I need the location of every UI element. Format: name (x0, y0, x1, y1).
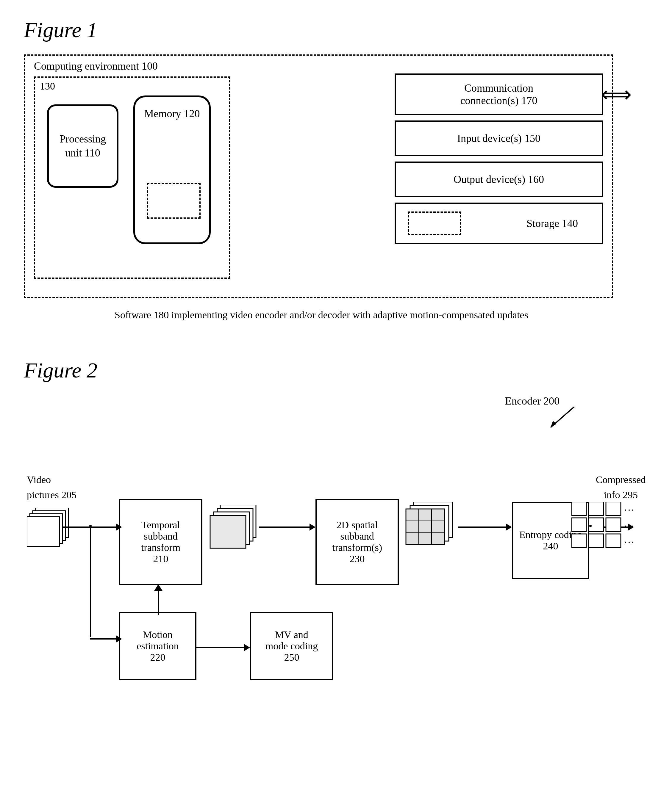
output-device-label: Output device(s) 160 (454, 173, 544, 186)
storage-box: Storage 140 (395, 203, 603, 244)
label-130: 130 (40, 81, 55, 92)
storage-label: Storage 140 (526, 217, 578, 230)
arrow-input-temporal (63, 524, 122, 530)
communication-label: Communicationconnection(s) 170 (461, 82, 537, 107)
svg-rect-19 (571, 534, 586, 548)
svg-rect-22 (589, 534, 604, 548)
line-to-motion (90, 527, 91, 637)
temporal-output-frames (208, 505, 259, 554)
computing-env-label: Computing environment 100 (34, 60, 158, 72)
storage-inner-dashed (408, 211, 461, 235)
figure2: Figure 2 Encoder 200 Videopictures 205 (24, 358, 649, 764)
figure2-diagram: Videopictures 205 Temporalsubbandtransfo… (24, 437, 649, 764)
svg-text:…: … (624, 502, 634, 513)
svg-rect-12 (406, 509, 445, 545)
mv-mode-box: MV andmode coding250 (250, 612, 333, 680)
svg-text:…: … (624, 517, 634, 529)
motion-estimation-box: Motionestimation220 (119, 612, 196, 680)
figure2-title: Figure 2 (24, 358, 649, 383)
svg-rect-9 (210, 515, 246, 548)
svg-rect-5 (27, 517, 60, 546)
svg-text:…: … (624, 533, 634, 545)
arrow-spatial-entropy (458, 524, 512, 530)
figure1: Figure 1 Computing environment 100 130 P… (24, 18, 619, 322)
input-frames-icon (27, 508, 75, 554)
temporal-subband-box: Temporalsubbandtransform210 (119, 499, 202, 585)
svg-rect-18 (571, 518, 586, 531)
figure1-title: Figure 1 (24, 18, 619, 43)
memory-box: Memory 120 (133, 95, 211, 244)
video-pictures-label: Videopictures 205 (27, 472, 77, 502)
memory-inner-dashed (147, 183, 201, 219)
input-device-box: Input device(s) 150 (395, 120, 603, 156)
box-130: 130 Processingunit 110 Memory 120 (34, 76, 230, 279)
processing-unit-label: Processingunit 110 (60, 132, 106, 160)
processing-unit-box: Processingunit 110 (47, 105, 118, 188)
dot-main-line (89, 525, 91, 527)
arrow-to-motion (90, 636, 122, 642)
svg-rect-23 (606, 502, 621, 515)
arrow-temporal-spatial (259, 524, 316, 530)
output-device-box: Output device(s) 160 (395, 161, 603, 197)
input-device-label: Input device(s) 150 (457, 132, 541, 144)
memory-label: Memory 120 (144, 107, 200, 120)
right-column: Communicationconnection(s) 170 ⟺ Input d… (395, 73, 603, 244)
encoder-label: Encoder 200 (505, 395, 559, 407)
communication-box: Communicationconnection(s) 170 ⟺ (395, 73, 603, 115)
spatial-subband-box: 2D spatialsubbandtransform(s)230 (316, 499, 399, 585)
svg-rect-17 (571, 502, 586, 515)
compressed-info-label: Compressedinfo 295 (596, 472, 646, 502)
svg-marker-1 (551, 421, 557, 427)
computing-environment-box: Computing environment 100 130 Processing… (24, 55, 613, 298)
dot-entropy-output (589, 525, 592, 527)
svg-rect-20 (589, 502, 604, 515)
svg-rect-25 (606, 534, 621, 548)
arrow-up-temporal (154, 584, 163, 591)
spatial-output-frames (402, 502, 455, 554)
svg-rect-24 (606, 518, 621, 531)
arrow-motion-mv (196, 644, 250, 651)
software-label: Software 180 implementing video encoder … (24, 307, 619, 322)
encoder-arrow-icon (545, 407, 581, 430)
compressed-info-icon: … … … (571, 502, 646, 556)
double-arrow-icon: ⟺ (601, 82, 632, 107)
